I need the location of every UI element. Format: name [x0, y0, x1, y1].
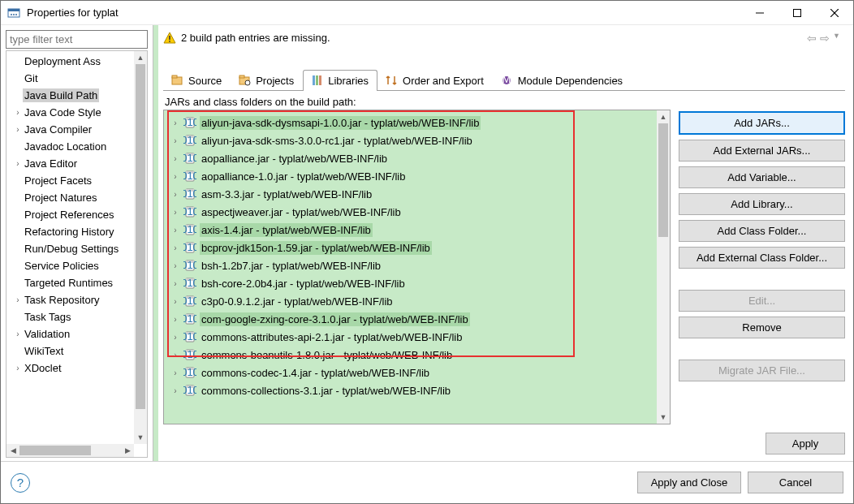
expand-icon[interactable]: › [170, 315, 180, 324]
jar-item[interactable]: ›010com-google-zxing-core-3.1.0.jar - ty… [166, 310, 657, 328]
jar-list[interactable]: ›010aliyun-java-sdk-dysmsapi-1.0.0.jar -… [164, 110, 670, 424]
jar-item[interactable]: ›010bcprov-jdk15on-1.59.jar - typlat/web… [166, 239, 657, 256]
svg-text:010: 010 [183, 205, 196, 218]
add-jars-button[interactable]: Add JARs... [679, 111, 845, 135]
tree-item[interactable]: Deployment Ass [6, 53, 134, 70]
tree-item[interactable]: Refactoring History [6, 223, 134, 240]
list-vscrollbar[interactable]: ▲ ▼ [657, 110, 670, 424]
close-button[interactable] [816, 1, 853, 25]
tree-item[interactable]: Task Tags [6, 308, 134, 325]
tree-item[interactable]: ›Java Compiler [6, 121, 134, 138]
nav-dropdown-icon[interactable]: ▼ [833, 32, 840, 45]
expand-icon[interactable]: › [170, 172, 180, 181]
jar-item[interactable]: ›010bsh-1.2b7.jar - typlat/web/WEB-INF/l… [166, 256, 657, 274]
scroll-up-icon[interactable]: ▲ [657, 110, 670, 123]
svg-text:010: 010 [183, 116, 196, 128]
tree-item[interactable]: Project Natures [6, 189, 134, 206]
expand-icon[interactable]: › [13, 125, 23, 134]
tree-item-label: Java Code Style [23, 106, 103, 119]
help-icon[interactable]: ? [11, 473, 30, 493]
filter-input[interactable] [6, 30, 148, 49]
sidebar-vscrollbar[interactable]: ▲ ▼ [134, 51, 147, 444]
nav-forward-icon[interactable]: ⇨ [820, 32, 830, 45]
expand-icon[interactable]: › [170, 208, 180, 217]
expand-icon[interactable]: › [170, 154, 180, 163]
tab-module-dependencies[interactable]: MModule Dependencies [493, 70, 632, 91]
jar-icon: 010 [183, 134, 196, 147]
tree-item[interactable]: WikiText [6, 342, 134, 360]
tree-item[interactable]: Git [6, 70, 134, 87]
jar-item[interactable]: ›010commons-beanutils-1.8.0.jar - typlat… [166, 346, 657, 364]
jar-item[interactable]: ›010aspectjweaver.jar - typlat/web/WEB-I… [166, 203, 657, 221]
jar-icon: 010 [183, 116, 196, 129]
jar-item[interactable]: ›010commons-attributes-api-2.1.jar - typ… [166, 328, 657, 346]
cancel-button[interactable]: Cancel [748, 472, 843, 493]
tab-libraries[interactable]: Libraries [303, 70, 377, 91]
apply-button[interactable]: Apply [766, 433, 845, 454]
expand-icon[interactable]: › [13, 108, 23, 117]
tree-item[interactable]: Javadoc Location [6, 138, 134, 155]
jar-item[interactable]: ›010asm-3.3.jar - typlat/web/WEB-INF/lib [166, 185, 657, 203]
category-tree[interactable]: Deployment AssGitJava Build Path›Java Co… [6, 50, 148, 458]
expand-icon[interactable]: › [170, 243, 180, 252]
jar-item[interactable]: ›010c3p0-0.9.1.2.jar - typlat/web/WEB-IN… [166, 292, 657, 310]
scroll-right-icon[interactable]: ▶ [121, 444, 134, 457]
add-class-folder-button[interactable]: Add Class Folder... [679, 220, 845, 242]
expand-icon[interactable]: › [170, 386, 180, 395]
expand-icon[interactable]: › [170, 226, 180, 235]
add-external-jars-button[interactable]: Add External JARs... [679, 140, 845, 162]
maximize-button[interactable] [779, 1, 816, 25]
expand-icon[interactable]: › [13, 330, 23, 338]
expand-icon[interactable]: › [13, 159, 23, 168]
tree-item[interactable]: ›Java Code Style [6, 104, 134, 121]
expand-icon[interactable]: › [170, 351, 180, 360]
scroll-left-icon[interactable]: ◀ [6, 444, 19, 457]
tree-item[interactable]: Project Facets [6, 172, 134, 189]
tree-item[interactable]: ›XDoclet [6, 360, 134, 377]
jar-item[interactable]: ›010commons-codec-1.4.jar - typlat/web/W… [166, 364, 657, 381]
tab-source[interactable]: Source [163, 70, 231, 91]
expand-icon[interactable]: › [170, 118, 180, 127]
jar-item[interactable]: ›010aliyun-java-sdk-sms-3.0.0-rc1.jar - … [166, 131, 657, 149]
tree-item[interactable]: ›Java Editor [6, 155, 134, 172]
jar-item[interactable]: ›010aliyun-java-sdk-dysmsapi-1.0.0.jar -… [166, 114, 657, 131]
jar-icon: 010 [183, 223, 196, 236]
scroll-down-icon[interactable]: ▼ [134, 431, 147, 444]
tree-item[interactable]: Run/Debug Settings [6, 240, 134, 257]
tree-item[interactable]: ›Validation [6, 325, 134, 342]
properties-window: Properties for typlat Deployment AssGitJ… [0, 0, 854, 504]
add-library-button[interactable]: Add Library... [679, 193, 845, 215]
jar-item[interactable]: ›010bsh-core-2.0b4.jar - typlat/web/WEB-… [166, 274, 657, 292]
jar-item[interactable]: ›010aopalliance-1.0.jar - typlat/web/WEB… [166, 167, 657, 185]
expand-icon[interactable]: › [170, 190, 180, 199]
tree-item[interactable]: Java Build Path [6, 87, 134, 104]
expand-icon[interactable]: › [170, 333, 180, 342]
tab-order-and-export[interactable]: Order and Export [377, 70, 493, 91]
remove-button[interactable]: Remove [679, 317, 845, 338]
tab-projects[interactable]: Projects [231, 70, 303, 91]
scroll-down-icon[interactable]: ▼ [657, 411, 670, 424]
jar-list-panel: ›010aliyun-java-sdk-dysmsapi-1.0.0.jar -… [163, 110, 671, 424]
tree-item[interactable]: Service Policies [6, 257, 134, 274]
expand-icon[interactable]: › [170, 261, 180, 270]
expand-icon[interactable]: › [170, 136, 180, 145]
tree-item[interactable]: Project References [6, 206, 134, 223]
jar-item[interactable]: ›010axis-1.4.jar - typlat/web/WEB-INF/li… [166, 221, 657, 239]
sidebar-hscrollbar[interactable]: ◀ ▶ [6, 444, 134, 457]
jar-item[interactable]: ›010commons-collections-3.1.jar - typlat… [166, 381, 657, 399]
svg-text:010: 010 [183, 259, 196, 271]
expand-icon[interactable]: › [13, 364, 23, 373]
minimize-button[interactable] [741, 1, 779, 25]
apply-and-close-button[interactable]: Apply and Close [637, 472, 741, 493]
expand-icon[interactable]: › [170, 297, 180, 306]
expand-icon[interactable]: › [13, 295, 23, 304]
add-variable-button[interactable]: Add Variable... [679, 166, 845, 188]
expand-icon[interactable]: › [170, 368, 180, 377]
jar-item[interactable]: ›010aopalliance.jar - typlat/web/WEB-INF… [166, 149, 657, 167]
expand-icon[interactable]: › [170, 279, 180, 288]
nav-back-icon[interactable]: ⇦ [807, 32, 817, 45]
scroll-up-icon[interactable]: ▲ [134, 51, 147, 64]
add-external-class-folder-button[interactable]: Add External Class Folder... [679, 247, 845, 269]
tree-item[interactable]: ›Task Repository [6, 291, 134, 308]
tree-item[interactable]: Targeted Runtimes [6, 274, 134, 291]
